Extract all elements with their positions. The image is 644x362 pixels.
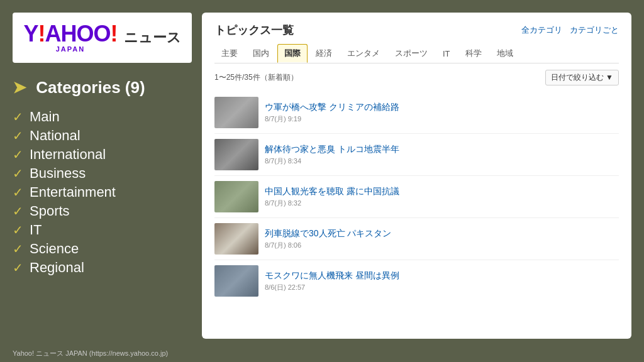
- tab-entertainment[interactable]: エンタメ: [340, 44, 387, 63]
- news-item: 列車脱線で30人死亡 パキスタン 8/7(月) 8:06: [214, 218, 619, 260]
- categories-heading: ➤ Categories (9): [13, 78, 192, 97]
- tab-national[interactable]: 国内: [246, 44, 276, 63]
- tab-main[interactable]: 主要: [214, 44, 245, 63]
- news-item: モスクワに無人機飛来 昼間は異例 8/6(日) 22:57: [214, 260, 619, 302]
- list-item: ✓ National: [13, 128, 192, 144]
- check-icon: ✓: [13, 185, 23, 200]
- news-content: モスクワに無人機飛来 昼間は異例 8/6(日) 22:57: [265, 270, 619, 293]
- page-title: トピックス一覧: [214, 23, 294, 38]
- news-content: 列車脱線で30人死亡 パキスタン 8/7(月) 8:06: [265, 228, 619, 251]
- footer: Yahoo! ニュース JAPAN (https://news.yahoo.co…: [0, 345, 644, 362]
- news-title[interactable]: 解体待つ家と悪臭 トルコ地震半年: [265, 143, 619, 156]
- check-icon: ✓: [13, 204, 23, 219]
- tab-international[interactable]: 国際: [277, 44, 308, 63]
- right-panel: トピックス一覧 全カテゴリ カテゴリごと 主要 国内 国際 経済 エンタメ スポ…: [202, 13, 631, 339]
- left-panel: Y!AHOO! JAPAN ニュース ➤ Categories (9) ✓ Ma…: [13, 13, 192, 339]
- news-date: 8/7(月) 9:19: [265, 114, 619, 124]
- news-thumbnail: [214, 97, 258, 128]
- category-label: Science: [30, 241, 79, 257]
- list-item: ✓ Science: [13, 241, 192, 257]
- yahoo-brand-text: Y!AHOO!: [23, 23, 117, 45]
- check-icon: ✓: [13, 241, 23, 256]
- list-item: ✓ Sports: [13, 203, 192, 219]
- tab-science[interactable]: 科学: [458, 44, 489, 63]
- category-label: IT: [30, 222, 42, 238]
- news-title[interactable]: モスクワに無人機飛来 昼間は異例: [265, 270, 619, 282]
- news-item: ウ軍が橋へ攻撃 クリミアの補給路 8/7(月) 9:19: [214, 92, 619, 134]
- category-label: Entertainment: [30, 184, 116, 200]
- yahoo-text: Y!AHOO! JAPAN: [23, 23, 117, 53]
- tab-regional[interactable]: 地域: [490, 44, 520, 63]
- news-title[interactable]: 列車脱線で30人死亡 パキスタン: [265, 228, 619, 240]
- list-item: ✓ Main: [13, 109, 192, 125]
- results-count: 1〜25件/35件（新着順）: [214, 72, 298, 83]
- check-icon: ✓: [13, 166, 23, 181]
- date-filter-button[interactable]: 日付で絞り込む ▼: [545, 70, 619, 85]
- all-categories-link[interactable]: 全カテゴリ: [521, 25, 562, 36]
- category-label: Regional: [30, 260, 84, 276]
- category-label: Business: [30, 165, 86, 182]
- list-item: ✓ International: [13, 146, 192, 163]
- right-header: トピックス一覧 全カテゴリ カテゴリごと: [214, 23, 619, 38]
- category-list: ✓ Main ✓ National ✓ International ✓ Busi…: [13, 109, 192, 276]
- arrow-icon: ➤: [13, 78, 26, 97]
- by-category-link[interactable]: カテゴリごと: [570, 25, 619, 36]
- footer-text: Yahoo! ニュース JAPAN (https://news.yahoo.co…: [13, 349, 168, 357]
- category-label: Sports: [30, 203, 70, 219]
- news-content: ウ軍が橋へ攻撃 クリミアの補給路 8/7(月) 9:19: [265, 101, 619, 124]
- news-title[interactable]: ウ軍が橋へ攻撃 クリミアの補給路: [265, 101, 619, 114]
- news-content: 解体待つ家と悪臭 トルコ地震半年 8/7(月) 8:34: [265, 143, 619, 167]
- news-label: ニュース: [124, 28, 181, 47]
- news-thumbnail: [214, 139, 258, 170]
- yahoo-japan-text: JAPAN: [56, 45, 85, 53]
- news-thumbnail: [214, 223, 258, 255]
- check-icon: ✓: [13, 147, 23, 162]
- check-icon: ✓: [13, 109, 23, 124]
- news-content: 中国人観光客を聴取 露に中国抗議 8/7(月) 8:32: [265, 185, 619, 209]
- news-date: 8/7(月) 8:06: [265, 241, 619, 250]
- category-label: International: [30, 146, 106, 163]
- list-item: ✓ IT: [13, 222, 192, 238]
- categories-heading-text: Categories (9): [36, 78, 145, 97]
- tab-sports[interactable]: スポーツ: [388, 44, 435, 63]
- news-item: 解体待つ家と悪臭 トルコ地震半年 8/7(月) 8:34: [214, 134, 619, 176]
- news-list: ウ軍が橋へ攻撃 クリミアの補給路 8/7(月) 9:19 解体待つ家と悪臭 トル…: [214, 92, 619, 302]
- results-info: 1〜25件/35件（新着順） 日付で絞り込む ▼: [214, 70, 619, 85]
- list-item: ✓ Business: [13, 165, 192, 182]
- tab-it[interactable]: IT: [436, 44, 457, 63]
- news-thumbnail: [214, 181, 258, 212]
- tab-business[interactable]: 経済: [309, 44, 339, 63]
- news-thumbnail: [214, 265, 258, 297]
- header-links: 全カテゴリ カテゴリごと: [521, 25, 619, 36]
- list-item: ✓ Entertainment: [13, 184, 192, 200]
- news-item: 中国人観光客を聴取 露に中国抗議 8/7(月) 8:32: [214, 176, 619, 218]
- news-date: 8/7(月) 8:32: [265, 199, 619, 208]
- news-date: 8/7(月) 8:34: [265, 156, 619, 166]
- category-label: Main: [30, 109, 60, 125]
- tabs-row: 主要 国内 国際 経済 エンタメ スポーツ IT 科学 地域: [214, 44, 619, 63]
- check-icon: ✓: [13, 260, 23, 275]
- check-icon: ✓: [13, 128, 23, 143]
- category-label: National: [30, 128, 80, 144]
- logo-box: Y!AHOO! JAPAN ニュース: [13, 13, 192, 63]
- yahoo-logo: Y!AHOO! JAPAN ニュース: [23, 23, 180, 53]
- news-date: 8/6(日) 22:57: [265, 283, 619, 292]
- list-item: ✓ Regional: [13, 260, 192, 276]
- check-icon: ✓: [13, 222, 23, 238]
- news-title[interactable]: 中国人観光客を聴取 露に中国抗議: [265, 185, 619, 198]
